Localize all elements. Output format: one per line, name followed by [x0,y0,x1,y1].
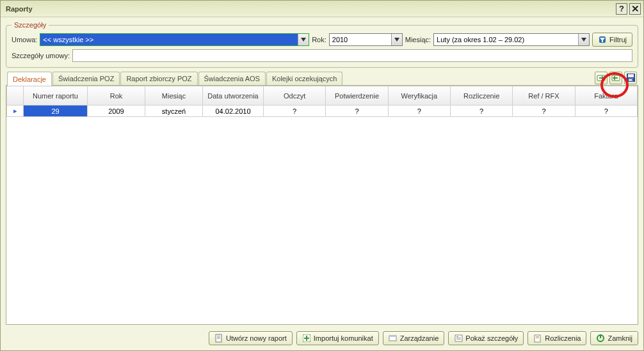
cell-rok[interactable]: 2009 [88,105,145,117]
rok-label: Rok: [312,36,326,43]
tab-swiadczenia-aos[interactable]: Świadczenia AOS [198,72,266,85]
tab-deklaracje[interactable]: Deklaracje [7,72,52,86]
save-button[interactable] [624,72,637,84]
svg-rect-22 [536,338,539,338]
miesiac-value: Luty (za okres 1.02 – 29.02) [434,34,578,45]
import-message-label: Importuj komunikat [314,334,373,342]
export-icon [597,74,606,82]
export-button[interactable] [595,72,608,84]
help-button[interactable]: ? [616,3,627,15]
settlements-button[interactable]: Rozliczenia [527,331,586,345]
rok-value: 2010 [330,34,391,45]
import-message-button[interactable]: Importuj komunikat [296,331,379,345]
filter-icon [598,35,607,44]
settlements-label: Rozliczenia [545,334,581,342]
document-icon [214,334,223,343]
tab-swiadczenia-poz[interactable]: Świadczenia POZ [52,72,120,85]
floppy-icon [627,74,635,83]
svg-rect-9 [217,337,220,338]
svg-rect-19 [456,339,461,339]
chevron-down-icon[interactable] [391,34,402,45]
svg-rect-21 [536,336,539,337]
show-details-button[interactable]: Pokaż szczegóły [448,331,524,345]
cell-rozl[interactable]: ? [450,105,512,117]
manage-button[interactable]: Zarządzanie [383,331,445,345]
manage-icon [389,334,398,343]
chevron-down-icon[interactable] [298,34,309,45]
grid-header-miesiac[interactable]: Miesiąc [145,86,203,105]
create-report-button[interactable]: Utwórz nowy raport [209,331,293,345]
plus-icon [302,334,311,343]
rok-combo[interactable]: 2010 [329,33,403,46]
grid-header-faktura[interactable]: Faktura [575,86,637,105]
cell-data[interactable]: 04.02.2010 [203,105,264,117]
umowa-combo[interactable]: << wszystkie >> [40,33,309,46]
fieldset-legend: Szczegóły [12,21,49,29]
details-fieldset: Szczegóły Umowa: << wszystkie >> Rok: 20… [6,21,638,68]
svg-rect-24 [600,334,601,338]
cell-miesiac[interactable]: styczeń [145,105,203,117]
create-report-label: Utwórz nowy raport [226,334,287,342]
cell-faktura[interactable]: ? [575,105,637,117]
close-button[interactable]: ✕ [629,3,641,15]
grid: Numer raportu Rok Miesiąc Data utworzeni… [6,85,638,325]
grid-header-numer[interactable]: Numer raportu [24,86,88,105]
close-window-button[interactable]: Zamknij [590,331,638,345]
svg-rect-6 [632,79,633,81]
svg-rect-10 [217,338,220,339]
grid-header-potw[interactable]: Potwierdzenie [326,86,388,105]
settlements-icon [533,334,542,343]
svg-rect-13 [304,338,309,339]
miesiac-combo[interactable]: Luty (za okres 1.02 – 29.02) [433,33,590,46]
close-window-label: Zamknij [608,334,632,342]
manage-label: Zarządzanie [400,334,439,342]
svg-rect-20 [535,335,540,342]
cell-ref[interactable]: ? [513,105,575,117]
titlebar: Raporty ? ✕ [1,1,643,17]
tabs: Deklaracje Świadczenia POZ Raport zbiorc… [7,72,342,86]
table-row[interactable]: ▸ 29 2009 styczeń 04.02.2010 ? ? ? ? ? ? [7,105,638,117]
row-indicator: ▸ [7,105,24,117]
svg-rect-17 [456,336,458,337]
cell-wer[interactable]: ? [388,105,450,117]
buttons-bar: Utwórz nowy raport Importuj komunikat Za… [1,327,643,350]
chevron-down-icon[interactable] [578,34,589,45]
svg-rect-15 [389,336,396,337]
umowa-label: Umowa: [12,36,37,43]
cell-potw[interactable]: ? [326,105,388,117]
tab-kolejki[interactable]: Kolejki oczekujących [266,72,343,85]
svg-rect-4 [628,74,634,77]
filter-button-label: Filtruj [609,36,627,43]
filter-button[interactable]: Filtruj [592,33,632,47]
import-button[interactable] [609,72,622,84]
window-title: Raporty [6,5,614,13]
grid-header-rozl[interactable]: Rozliczenie [450,86,512,105]
details-icon [454,334,463,343]
svg-rect-8 [217,336,220,336]
grid-header-odczyt[interactable]: Odczyt [264,86,326,105]
power-icon [596,334,605,343]
row-marker-icon: ▸ [13,107,17,114]
grid-header-ref[interactable]: Ref / RFX [513,86,575,105]
miesiac-label: Miesiąc: [405,36,431,43]
import-icon [611,74,620,82]
grid-header-indicator[interactable] [7,86,24,105]
szczegoly-umowy-input[interactable] [72,49,632,62]
svg-rect-18 [456,338,461,338]
szczegoly-umowy-label: Szczegóły umowy: [12,52,70,59]
cell-odczyt[interactable]: ? [264,105,326,117]
cell-numer[interactable]: 29 [24,105,88,117]
tab-raport-zbiorczy-poz[interactable]: Raport zbiorczy POZ [120,72,197,85]
grid-header-data[interactable]: Data utworzenia [203,86,264,105]
umowa-value: << wszystkie >> [40,34,298,45]
show-details-label: Pokaż szczegóły [465,334,518,342]
grid-header-row: Numer raportu Rok Miesiąc Data utworzeni… [7,86,638,105]
grid-header-rok[interactable]: Rok [88,86,145,105]
grid-header-wer[interactable]: Weryfikacja [388,86,450,105]
